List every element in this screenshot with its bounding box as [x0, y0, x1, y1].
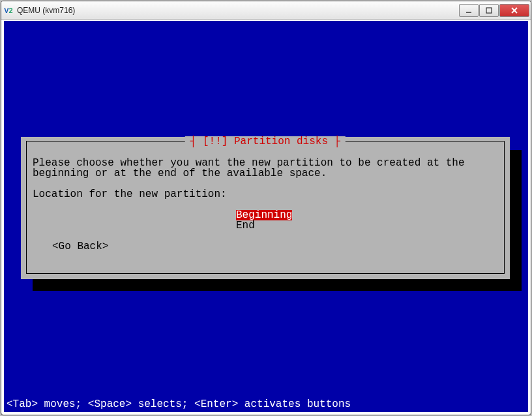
- titlebar[interactable]: V2 QEMU (kvm716): [1, 1, 531, 20]
- go-back-button[interactable]: <Go Back>: [52, 241, 498, 252]
- svg-rect-1: [486, 8, 492, 13]
- window-controls: [459, 4, 529, 17]
- window-title: QEMU (kvm716): [17, 6, 459, 15]
- app-window: V2 QEMU (kvm716) ┤ [!!] Partition disks …: [1, 1, 531, 415]
- terminal-screen: ┤ [!!] Partition disks ├ Please choose w…: [4, 21, 528, 412]
- partition-dialog: ┤ [!!] Partition disks ├ Please choose w…: [21, 137, 510, 279]
- dialog-title: ┤ [!!] Partition disks ├: [185, 136, 346, 147]
- minimize-button[interactable]: [459, 4, 479, 17]
- close-button[interactable]: [499, 4, 529, 17]
- dialog-body: Please choose whether you want the new p…: [33, 158, 498, 252]
- dialog-prompt: Please choose whether you want the new p…: [33, 158, 498, 179]
- option-list: Beginning End: [236, 210, 498, 231]
- dialog-question: Location for the new partition:: [33, 189, 498, 200]
- footer-hints: <Tab> moves; <Space> selects; <Enter> ac…: [7, 399, 351, 409]
- option-beginning[interactable]: Beginning: [236, 210, 292, 220]
- maximize-button[interactable]: [479, 4, 499, 17]
- option-end[interactable]: End: [236, 220, 255, 231]
- dialog-title-text: [!!] Partition disks: [203, 136, 328, 147]
- vnc-icon: V2: [3, 5, 14, 16]
